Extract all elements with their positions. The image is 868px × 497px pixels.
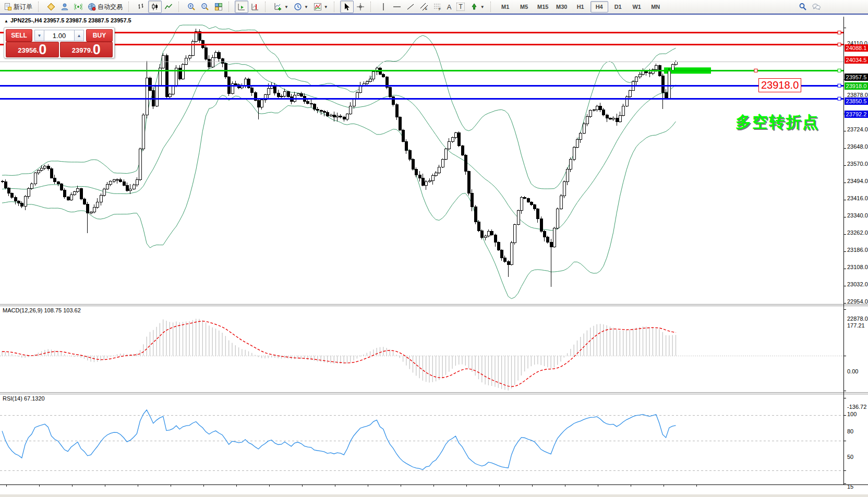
mt4-terminal: 新订单 自动交易: [0, 0, 868, 497]
chart-shift-icon: [251, 3, 259, 11]
arrow-shapes-icon: [470, 3, 478, 11]
indicators-icon: [314, 3, 322, 11]
candlestick-chart-icon: [151, 3, 159, 11]
new-order-label: 新订单: [14, 3, 32, 11]
crosshair-icon: [356, 3, 365, 11]
toolbar-grip: [334, 2, 338, 12]
toolbar-grip: [178, 2, 183, 12]
toolbar-grip: [265, 2, 269, 12]
fibonacci-icon: F: [433, 3, 442, 11]
bar-chart-button[interactable]: [135, 1, 148, 13]
timeframe-button-D1[interactable]: D1: [609, 1, 627, 13]
arrows-tool-button[interactable]: ▼: [467, 1, 487, 13]
timeframe-button-M15[interactable]: M15: [534, 1, 552, 13]
svg-text:F: F: [439, 7, 441, 11]
vertical-line-icon: [379, 3, 388, 11]
time-axis[interactable]: [0, 484, 843, 495]
trendline-button[interactable]: [404, 1, 417, 13]
toolbar-grip: [370, 2, 375, 12]
signals-button[interactable]: [71, 1, 85, 13]
tile-windows-icon: [214, 3, 223, 11]
profile-icon: [61, 3, 69, 11]
profiles-button[interactable]: [58, 1, 71, 13]
crosshair-button[interactable]: [354, 1, 367, 13]
toolbar-grip: [490, 2, 495, 12]
text-label-tool-button[interactable]: T: [454, 1, 467, 13]
timeframe-button-MN[interactable]: MN: [647, 1, 665, 13]
horizontal-line-button[interactable]: [390, 1, 404, 13]
chart-window: 24088.124034.523957.523918.023850.523792…: [0, 16, 868, 497]
indicators-button[interactable]: ▼: [311, 1, 331, 13]
candlestick-chart-button[interactable]: [148, 1, 162, 13]
toolbar: 新订单 自动交易: [0, 0, 868, 15]
channel-icon: E: [420, 3, 428, 11]
zoom-out-icon: [201, 3, 209, 11]
chart-shift-button[interactable]: [248, 1, 262, 13]
rsi-pane-area[interactable]: [0, 394, 843, 484]
chart-title-text: JPN225-,H4 23957.5 23987.5 23887.5 23957…: [10, 17, 131, 23]
auto-trading-button[interactable]: 自动交易: [85, 1, 125, 13]
chat-button[interactable]: [810, 1, 823, 13]
text-tool-button[interactable]: A: [444, 1, 454, 13]
timeframe-button-H1[interactable]: H1: [572, 1, 589, 13]
chart-title: ▲JPN225-,H4 23957.5 23987.5 23887.5 2395…: [4, 17, 131, 23]
trendline-icon: [406, 3, 415, 11]
clock-icon: [294, 3, 302, 11]
chevron-down-icon: ▼: [304, 5, 308, 9]
chevron-down-icon: ▼: [324, 5, 328, 9]
zoom-in-icon: [187, 3, 196, 11]
periods-button[interactable]: ▼: [291, 1, 311, 13]
chat-icon: [812, 3, 821, 11]
macd-pane-area[interactable]: [0, 306, 843, 392]
timeframe-button-W1[interactable]: W1: [628, 1, 646, 13]
search-icon: [799, 3, 807, 11]
search-button[interactable]: [796, 1, 810, 13]
timeframe-button-H4[interactable]: H4: [590, 1, 608, 13]
text-label-icon: T: [456, 3, 464, 11]
zoom-out-button[interactable]: [198, 1, 212, 13]
line-chart-button[interactable]: [162, 1, 175, 13]
toolbar-grip: [38, 2, 42, 12]
zoom-in-button[interactable]: [185, 1, 198, 13]
new-order-icon: [4, 3, 12, 11]
signals-icon: [74, 3, 82, 11]
auto-trading-icon: [88, 3, 96, 11]
new-order-button[interactable]: 新订单: [1, 1, 35, 13]
new-chart-button[interactable]: ▼: [271, 1, 291, 13]
chevron-down-icon: ▼: [480, 5, 485, 9]
tile-windows-button[interactable]: [212, 1, 225, 13]
timeframe-group: M1M5M15M30H1H4D1W1MN: [497, 1, 665, 13]
auto-scroll-icon: [237, 3, 246, 11]
quotes-button[interactable]: [44, 1, 58, 13]
equidistant-channel-button[interactable]: E: [417, 1, 431, 13]
vertical-line-button[interactable]: [377, 1, 390, 13]
line-chart-icon: [164, 3, 173, 11]
timeframe-button-M1[interactable]: M1: [497, 1, 514, 13]
fibonacci-button[interactable]: F: [431, 1, 444, 13]
bar-chart-icon: [137, 3, 146, 11]
toolbar-grip: [128, 2, 132, 12]
toolbar-grip: [228, 2, 233, 12]
timeframe-button-M30[interactable]: M30: [553, 1, 571, 13]
text-tool-icon: A: [447, 3, 452, 11]
cursor-icon: [343, 3, 351, 11]
svg-text:E: E: [425, 7, 427, 10]
new-chart-icon: [274, 3, 282, 11]
price-axis[interactable]: [843, 26, 868, 484]
horizontal-line-icon: [393, 3, 401, 11]
chevron-down-icon: ▼: [284, 5, 288, 9]
timeframe-button-M5[interactable]: M5: [515, 1, 533, 13]
quotes-icon: [47, 3, 55, 11]
cursor-button[interactable]: [340, 1, 354, 13]
auto-scroll-button[interactable]: [235, 1, 248, 13]
collapse-panel-icon[interactable]: ▲: [4, 19, 8, 23]
main-chart-area[interactable]: [0, 26, 843, 304]
auto-trading-label: 自动交易: [98, 3, 123, 11]
